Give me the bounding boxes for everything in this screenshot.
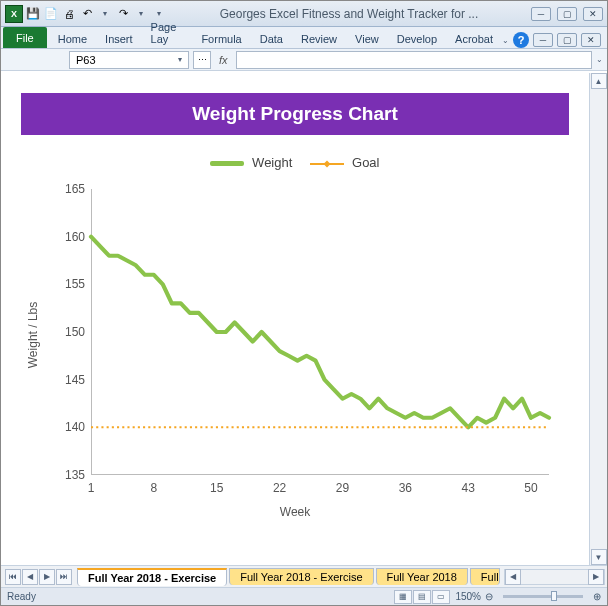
scroll-down-button[interactable]: ▼ [591,549,607,565]
formula-bar[interactable] [236,51,592,69]
y-tick-label: 160 [51,230,85,244]
quick-access-icon[interactable]: 📄 [43,6,59,22]
scroll-left-button[interactable]: ◀ [505,569,521,585]
file-tab[interactable]: File [3,27,47,48]
y-tick-label: 135 [51,468,85,482]
y-axis-label: Weight / Lbs [26,302,40,368]
name-box[interactable]: P63 ▾ [69,51,189,69]
page-break-view-button[interactable]: ▭ [432,590,450,604]
zoom-level[interactable]: 150% [455,591,481,602]
shrink-bar-button[interactable]: ⋯ [193,51,211,69]
series-weight [91,237,549,428]
scroll-up-button[interactable]: ▲ [591,73,607,89]
x-tick-label: 36 [399,481,412,495]
sheet-tab[interactable]: Full Year 2018 - Exercise [229,568,373,585]
sheet-tab-active[interactable]: Full Year 2018 - Exercise [77,568,227,586]
tab-developer[interactable]: Develop [388,29,446,48]
sheet-nav-first[interactable]: ⏮ [5,569,21,585]
tab-acrobat[interactable]: Acrobat [446,29,502,48]
chart-container: Weight Goal Weight / Lbs Week 1351401451… [21,145,569,525]
y-tick-label: 155 [51,277,85,291]
close-button[interactable]: ✕ [583,7,603,21]
zoom-in-button[interactable]: ⊕ [593,591,601,602]
doc-close-button[interactable]: ✕ [581,33,601,47]
ribbon-options-icon[interactable]: ⌄ [502,36,509,45]
x-tick-label: 15 [210,481,223,495]
zoom-slider[interactable] [503,595,583,598]
window-title: Georges Excel Fitness and Weight Tracker… [167,7,531,21]
zoom-out-button[interactable]: ⊖ [485,591,493,602]
doc-minimize-button[interactable]: ─ [533,33,553,47]
zoom-thumb[interactable] [551,591,557,601]
x-tick-label: 50 [524,481,537,495]
x-tick-label: 29 [336,481,349,495]
sheet-nav-next[interactable]: ▶ [39,569,55,585]
y-tick-label: 145 [51,373,85,387]
chart-plot-area: 13514014515015516016518152229364350 [91,189,549,475]
x-tick-label: 43 [461,481,474,495]
sheet-nav-prev[interactable]: ◀ [22,569,38,585]
help-icon[interactable]: ? [513,32,529,48]
tab-page-layout[interactable]: Page Lay [142,17,193,48]
x-axis-label: Week [280,505,310,519]
doc-restore-button[interactable]: ▢ [557,33,577,47]
tab-insert[interactable]: Insert [96,29,142,48]
y-tick-label: 140 [51,420,85,434]
tab-review[interactable]: Review [292,29,346,48]
chart-legend: Weight Goal [21,145,569,176]
x-tick-label: 1 [88,481,95,495]
sheet-tab[interactable]: Full Year 2018 [376,568,468,585]
legend-label-goal: Goal [352,155,379,170]
undo-icon[interactable]: ↶ [79,6,95,22]
page-layout-view-button[interactable]: ▤ [413,590,431,604]
name-box-value: P63 [76,54,96,66]
scroll-right-button[interactable]: ▶ [588,569,604,585]
minimize-button[interactable]: ─ [531,7,551,21]
tab-view[interactable]: View [346,29,388,48]
x-tick-label: 22 [273,481,286,495]
status-ready: Ready [7,591,36,602]
namebox-dropdown-icon[interactable]: ▾ [178,55,182,64]
tab-home[interactable]: Home [49,29,96,48]
y-tick-label: 150 [51,325,85,339]
sheet-tab[interactable]: Full [470,568,500,585]
expand-formula-icon[interactable]: ⌄ [596,55,603,64]
print-preview-icon[interactable]: 🖨 [61,6,77,22]
restore-button[interactable]: ▢ [557,7,577,21]
worksheet-area: Weight Progress Chart Weight Goal Weight… [1,73,589,565]
sheet-nav-last[interactable]: ⏭ [56,569,72,585]
y-tick-label: 165 [51,182,85,196]
excel-logo-icon: X [5,5,23,23]
vertical-scrollbar[interactable]: ▲ ▼ [589,73,607,565]
legend-swatch-goal [310,163,344,165]
tab-formulas[interactable]: Formula [192,29,250,48]
chart-title: Weight Progress Chart [21,93,569,135]
legend-label-weight: Weight [252,155,292,170]
tab-data[interactable]: Data [251,29,292,48]
horizontal-scrollbar[interactable]: ◀ ▶ [504,569,605,585]
normal-view-button[interactable]: ▦ [394,590,412,604]
undo-dropdown-icon[interactable]: ▾ [97,6,113,22]
fx-label[interactable]: fx [219,54,228,66]
legend-swatch-weight [210,161,244,166]
x-tick-label: 8 [151,481,158,495]
save-icon[interactable]: 💾 [25,6,41,22]
chart-lines [91,189,549,475]
ribbon-tabs: File Home Insert Page Lay Formula Data R… [1,27,607,49]
redo-icon[interactable]: ↷ [115,6,131,22]
